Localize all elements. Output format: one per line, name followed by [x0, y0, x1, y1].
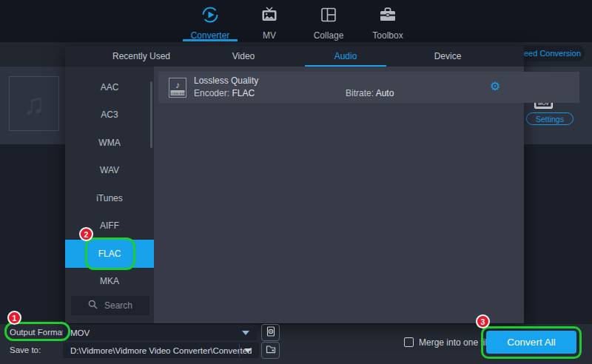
- tab-toolbox-label: Toolbox: [372, 30, 403, 41]
- main-nav: Converter MV: [181, 0, 417, 42]
- tab-collage[interactable]: Collage: [299, 0, 358, 42]
- step-badge-1: 1: [7, 311, 21, 325]
- output-format-select[interactable]: MOV: [63, 325, 257, 340]
- tab-recently-used[interactable]: Recently Used: [90, 46, 192, 67]
- mv-icon: [260, 5, 279, 27]
- file-thumbnail: ♫: [9, 76, 59, 131]
- folder-icon: [265, 343, 277, 358]
- output-format-panel: Recently Used Video Audio Device AAC AC3…: [65, 46, 524, 323]
- output-format-caret-icon: [242, 331, 249, 335]
- music-note-icon: ♫: [23, 87, 45, 121]
- merge-label: Merge into one file: [419, 337, 492, 348]
- search-placeholder: Search: [104, 300, 132, 311]
- tab-device-label: Device: [434, 51, 462, 61]
- format-item-wav[interactable]: WAV: [65, 157, 154, 185]
- collage-icon: [319, 5, 338, 27]
- lossless-audio-icon: ♪ LOSSLESS: [169, 78, 186, 98]
- tab-mv-label: MV: [263, 30, 276, 41]
- toolbox-icon: [378, 5, 397, 27]
- lossless-badge-label: LOSSLESS: [169, 92, 186, 95]
- step-badge-2: 2: [79, 227, 93, 241]
- step-badge-3: 3: [476, 314, 490, 328]
- tab-audio-label: Audio: [334, 51, 357, 61]
- profile-row-lossless[interactable]: ♪ LOSSLESS Lossless Quality Encoder: FLA…: [158, 72, 579, 103]
- save-to-select[interactable]: D:\Vidmore\Vidmore Video Converter\Conve…: [63, 343, 259, 358]
- profile-settings-button[interactable]: [261, 324, 280, 341]
- tab-recently-used-label: Recently Used: [112, 51, 170, 61]
- top-nav-bar: Converter MV: [0, 0, 592, 42]
- select-divider: [239, 344, 240, 357]
- tab-converter[interactable]: Converter: [181, 0, 240, 42]
- tab-video[interactable]: Video: [192, 46, 295, 67]
- tab-audio[interactable]: Audio: [295, 46, 397, 67]
- format-item-itunes[interactable]: iTunes: [65, 184, 154, 212]
- encoder-label: Encoder:: [194, 88, 229, 98]
- profile-title: Lossless Quality: [194, 75, 258, 86]
- app-window: Converter MV: [0, 0, 592, 364]
- speed-conversion-badge[interactable]: eed Conversion: [520, 45, 585, 61]
- format-item-wma[interactable]: WMA: [65, 129, 154, 157]
- profile-encoder: Encoder: FLAC: [194, 88, 255, 98]
- bitrate-label: Bitrate:: [346, 88, 374, 98]
- output-format-value: MOV: [63, 328, 90, 337]
- bitrate-value: Auto: [376, 88, 394, 98]
- save-to-caret-icon: [244, 348, 252, 353]
- tab-mv[interactable]: MV: [240, 0, 299, 42]
- format-item-aiff[interactable]: AIFF: [65, 212, 154, 240]
- format-item-mka[interactable]: MKA: [65, 268, 154, 296]
- format-item-ac3[interactable]: AC3: [65, 101, 154, 129]
- convert-all-label: Convert All: [507, 337, 555, 348]
- file-settings-button[interactable]: Settings: [526, 112, 574, 125]
- save-to-label: Save to:: [10, 346, 41, 354]
- open-folder-button[interactable]: [261, 342, 280, 359]
- document-gear-icon: [265, 326, 277, 340]
- tab-toolbox[interactable]: Toolbox: [358, 0, 417, 42]
- format-sidebar: AAC AC3 WMA WAV iTunes AIFF FLAC MKA Sea…: [65, 67, 154, 323]
- sidebar-scrollbar[interactable]: [150, 81, 152, 148]
- profile-gear-icon[interactable]: ⚙: [490, 80, 500, 93]
- save-to-value: D:\Vidmore\Vidmore Video Converter\Conve…: [63, 346, 252, 355]
- encoder-value: FLAC: [232, 88, 255, 98]
- convert-all-button[interactable]: Convert All: [486, 331, 576, 354]
- format-list: AAC AC3 WMA WAV iTunes AIFF FLAC MKA: [65, 67, 154, 295]
- speed-conversion-label: eed Conversion: [524, 49, 581, 58]
- merge-checkbox[interactable]: [404, 337, 414, 347]
- output-format-label: Output Format:: [10, 328, 67, 337]
- tab-device[interactable]: Device: [397, 46, 499, 67]
- format-category-tabs: Recently Used Video Audio Device: [65, 46, 524, 67]
- format-item-flac[interactable]: FLAC: [65, 240, 154, 268]
- tab-collage-label: Collage: [314, 30, 344, 41]
- profile-bitrate: Bitrate: Auto: [346, 88, 394, 98]
- file-settings-label: Settings: [536, 115, 564, 124]
- tab-converter-label: Converter: [191, 30, 230, 41]
- tab-video-label: Video: [232, 51, 255, 61]
- converter-icon: [201, 5, 220, 27]
- search-icon: [88, 300, 98, 311]
- format-search-input[interactable]: Search: [71, 296, 149, 315]
- svg-text:♪: ♪: [175, 80, 180, 90]
- format-item-aac[interactable]: AAC: [65, 73, 154, 101]
